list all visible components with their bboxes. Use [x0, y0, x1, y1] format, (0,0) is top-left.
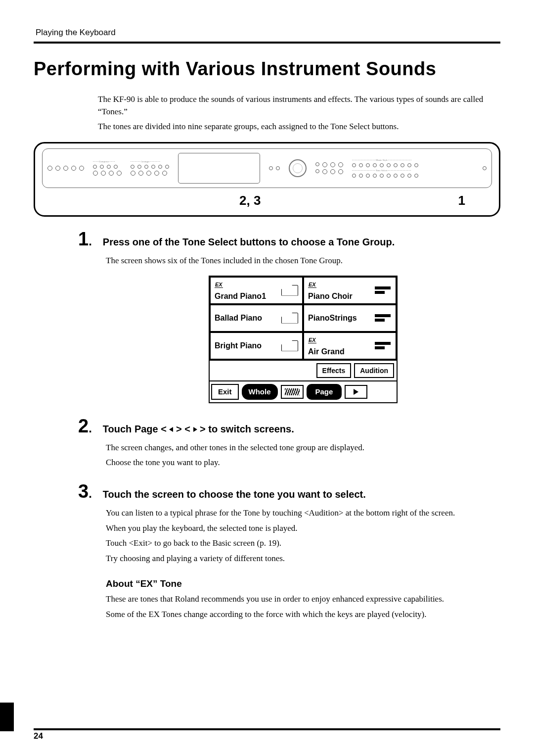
effects-button: Effects — [316, 363, 352, 378]
step-3-body-4: Try choosing and playing a variety of di… — [106, 553, 500, 565]
step-1-number: 1. — [78, 229, 92, 250]
about-ex-p2: Some of the EX Tones change according to… — [106, 609, 500, 621]
piano-icon — [281, 340, 298, 351]
step-1-body-1: The screen shows six of the Tones includ… — [106, 255, 500, 267]
panel-lcd — [178, 153, 260, 184]
panel-arranger-group: • • • • • • • Arranger • • • • • • • — [131, 160, 169, 176]
rule-top — [34, 42, 500, 44]
panel-onetouch-group — [315, 162, 343, 174]
about-ex-p1: These are tones that Roland recommends y… — [106, 593, 500, 606]
bars-icon — [375, 342, 392, 349]
bars-icon — [375, 314, 392, 322]
panel-ref-right: 1 — [458, 193, 465, 208]
page-number: 24 — [34, 731, 43, 741]
triangle-right-icon — [354, 389, 358, 395]
bars-icon — [375, 286, 392, 294]
ex-icon: EX — [308, 337, 316, 343]
panel-style-tone-group: • • • • • • • • • • • • • • • • Music St… — [352, 159, 474, 178]
panel-ref-left: 2, 3 — [42, 193, 458, 208]
step-3-body-1: You can listen to a typical phrase for t… — [106, 507, 500, 520]
intro-p1: The KF-90 is able to produce the sounds … — [98, 94, 500, 118]
audition-button: Audition — [354, 363, 394, 378]
exit-button: Exit — [211, 384, 239, 400]
step-2: 2. Touch Page < > < > to switch screens.… — [78, 416, 500, 469]
running-head: Playing the Keyboard — [36, 28, 500, 38]
step-2-body-1: The screen changes, and other tones in t… — [106, 442, 500, 454]
about-ex-heading: About “EX” Tone — [106, 578, 500, 589]
step-3-body-2: When you play the keyboard, the selected… — [106, 522, 500, 535]
panel-function — [483, 166, 487, 170]
panel-left-knobs — [47, 166, 84, 171]
panel-dial — [289, 159, 307, 177]
step-2-number: 2. — [78, 416, 92, 437]
step-3-title: Touch the screen to choose the tone you … — [103, 489, 366, 500]
step-1: 1. Press one of the Tone Select buttons … — [78, 229, 500, 404]
keyboard-panel-inner: • • • • Composer • • • • • • • • • • • A… — [42, 148, 492, 188]
piano-icon — [281, 313, 298, 324]
thumb-tab — [0, 703, 14, 731]
step-2-title: Touch Page < > < > to switch screens. — [103, 424, 294, 435]
page-title: Performing with Various Instrument Sound… — [34, 58, 500, 80]
panel-composer-group: • • • • Composer • • • • — [93, 160, 122, 176]
step-1-title: Press one of the Tone Select buttons to … — [103, 236, 395, 248]
step-3: 3. Touch the screen to choose the tone y… — [78, 481, 500, 565]
tone-cell-bright-piano: Bright Piano — [210, 332, 303, 360]
page-label: Page — [307, 384, 342, 400]
step-3-body-3: Touch <Exit> to go back to the Basic scr… — [106, 537, 500, 550]
page-prev-button — [281, 385, 304, 399]
intro-block: The KF-90 is able to produce the sounds … — [98, 94, 500, 133]
piano-icon — [281, 285, 298, 296]
whole-button: Whole — [242, 384, 278, 400]
footer-rule — [34, 728, 500, 730]
keyboard-panel-figure: • • • • Composer • • • • • • • • • • • A… — [34, 142, 500, 217]
tone-cell-ballad-piano: Ballad Piano — [210, 304, 303, 332]
step-3-number: 3. — [78, 481, 92, 502]
intro-p2: The tones are divided into nine separate… — [98, 121, 500, 133]
tone-screen-figure: EXGrand Piano1 EXPiano Choir Ballad Pian… — [208, 275, 398, 404]
tone-cell-pianostrings: PianoStrings — [303, 304, 397, 332]
panel-value-dial-group — [269, 166, 280, 170]
tone-cell-grand-piano1: EXGrand Piano1 — [210, 277, 303, 304]
page-next-button — [345, 385, 367, 399]
tone-cell-piano-choir: EXPiano Choir — [303, 277, 397, 304]
triangle-right-icon — [193, 427, 197, 432]
about-ex-body: These are tones that Roland recommends y… — [106, 593, 500, 620]
ex-icon: EX — [215, 282, 223, 288]
step-2-body-2: Choose the tone you want to play. — [106, 457, 500, 469]
ex-icon: EX — [308, 282, 316, 288]
tone-cell-air-grand: EXAir Grand — [303, 332, 397, 360]
